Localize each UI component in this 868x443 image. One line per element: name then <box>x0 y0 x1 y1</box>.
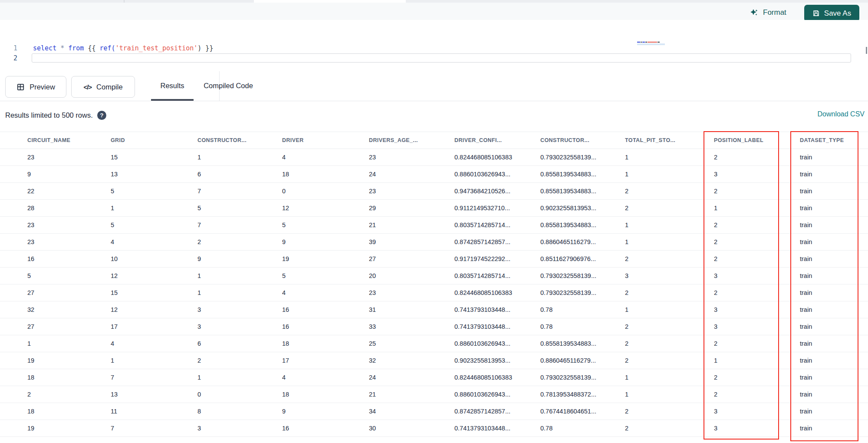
format-button[interactable]: Format <box>750 6 786 19</box>
table-cell: 13 <box>111 386 197 403</box>
sql-code-line: select * from {{ ref('train_test_positio… <box>33 43 213 53</box>
table-cell: 27 <box>27 284 111 301</box>
table-cell: train <box>800 183 868 199</box>
table-cell: 1 <box>197 284 282 301</box>
table-cell: 3 <box>714 268 800 284</box>
table-cell: 1 <box>625 386 714 403</box>
header-spacer <box>0 132 27 149</box>
column-header: CONSTRUCTOR... <box>540 132 625 149</box>
table-cell: 6 <box>197 166 282 182</box>
table-cell: 2 <box>714 234 800 250</box>
table-cell: 13 <box>111 166 197 182</box>
table-cell: 3 <box>714 318 800 335</box>
table-cell: 0.824468085106383 <box>454 149 540 165</box>
table-cell: 7 <box>111 420 197 436</box>
table-cell: 16 <box>282 301 369 318</box>
table-cell: 0.78 <box>540 420 625 436</box>
cell-spacer <box>0 234 27 250</box>
table-row: 3212316310.7413793103448...0.7813train <box>0 301 868 318</box>
table-cell: 0.8035714285714... <box>454 268 540 284</box>
app-window: Format Save As 1 2 select * from {{ ref(… <box>0 0 868 443</box>
table-row: 181189340.8742857142857...0.767441860465… <box>0 403 868 420</box>
table-cell: train <box>800 234 868 250</box>
table-cell: 2 <box>625 352 714 369</box>
table-cell: 5 <box>282 217 369 233</box>
table-cell: 2 <box>714 386 800 403</box>
table-cell: 17 <box>282 352 369 369</box>
table-cell: 0.78 <box>540 318 625 335</box>
table-cell: 4 <box>282 369 369 386</box>
table-cell: 27 <box>369 251 454 267</box>
table-cell: train <box>800 301 868 318</box>
table-cell: 0.8860103626943... <box>454 335 540 352</box>
cell-spacer <box>0 166 27 182</box>
table-cell: 4 <box>282 284 369 301</box>
table-cell: 9 <box>282 234 369 250</box>
table-cell: 0.9171974522292... <box>454 251 540 267</box>
table-cell: 0.8860465116279... <box>540 234 625 250</box>
floppy-disk-icon <box>812 10 820 17</box>
table-cell: 2 <box>714 284 800 301</box>
table-cell: 12 <box>111 268 197 284</box>
table-row: 23575210.8035714285714...0.8558139534883… <box>0 217 868 234</box>
table-cell: 2 <box>625 318 714 335</box>
sql-editor[interactable]: 1 2 select * from {{ ref('train_test_pos… <box>0 20 868 71</box>
table-cell: 4 <box>282 149 369 165</box>
table-cell: 0.78 <box>540 301 625 318</box>
table-cell: 23 <box>27 217 111 233</box>
table-cell: 9 <box>197 251 282 267</box>
table-cell: 23 <box>27 234 111 250</box>
column-header: CIRCUIT_NAME <box>27 132 111 149</box>
tab-compiled-code[interactable]: Compiled Code <box>202 71 255 101</box>
table-cell: 9 <box>27 166 111 182</box>
table-cell: 9 <box>282 403 369 420</box>
table-cell: 0.7674418604651... <box>540 403 625 420</box>
table-cell: 0 <box>197 386 282 403</box>
table-row: 913618240.8860103626943...0.855813953488… <box>0 166 868 183</box>
column-header: TOTAL_PIT_STO... <box>625 132 714 149</box>
table-cell: 1 <box>714 200 800 216</box>
table-cell: 12 <box>111 301 197 318</box>
save-as-button[interactable]: Save As <box>804 5 859 22</box>
table-cell: train <box>800 403 868 420</box>
table-cell: 21 <box>369 217 454 233</box>
table-cell: 0.7813953488372... <box>540 386 625 403</box>
panel-divider <box>0 101 868 101</box>
table-row: 191217320.9023255813953...0.886046511627… <box>0 352 868 369</box>
table-cell: 31 <box>369 301 454 318</box>
table-header-row: CIRCUIT_NAMEGRIDCONSTRUCTOR...DRIVERDRIV… <box>0 132 868 149</box>
table-cell: 15 <box>111 284 197 301</box>
table-cell: 1 <box>111 200 197 216</box>
compile-button[interactable]: </> Compile <box>71 76 135 98</box>
table-cell: 30 <box>369 420 454 436</box>
table-row: 51215200.8035714285714...0.7930232558139… <box>0 268 868 284</box>
cell-spacer <box>0 386 27 403</box>
status-row: Results limited to 500 rows. ? Download … <box>0 106 868 125</box>
preview-button[interactable]: Preview <box>5 76 66 98</box>
cell-spacer <box>0 217 27 233</box>
download-csv-link[interactable]: Download CSV <box>818 110 865 118</box>
editor-scrollbar[interactable] <box>866 47 867 54</box>
table-cell: 23 <box>369 149 454 165</box>
cell-spacer <box>0 200 27 216</box>
table-cell: 2 <box>625 251 714 267</box>
table-cell: 23 <box>27 149 111 165</box>
table-cell: 0.8558139534883... <box>540 217 625 233</box>
table-cell: 1 <box>27 335 111 352</box>
table-cell: 32 <box>369 352 454 369</box>
table-cell: 28 <box>27 200 111 216</box>
table-cell: 39 <box>369 234 454 250</box>
cell-spacer <box>0 420 27 436</box>
tab-results[interactable]: Results <box>151 71 194 101</box>
cell-spacer <box>0 183 27 199</box>
sql-token: 'train_test_position' <box>115 44 198 52</box>
table-cell: 5 <box>197 200 282 216</box>
table-cell: 2 <box>625 420 714 436</box>
editor-minimap[interactable] <box>637 42 665 46</box>
help-icon[interactable]: ? <box>97 111 106 120</box>
minimap-code-line <box>637 42 665 43</box>
table-cell: 7 <box>197 217 282 233</box>
table-cell: 23 <box>369 284 454 301</box>
sql-token: {{ <box>84 44 99 52</box>
editor-toolbar: Format Save As <box>0 3 868 20</box>
